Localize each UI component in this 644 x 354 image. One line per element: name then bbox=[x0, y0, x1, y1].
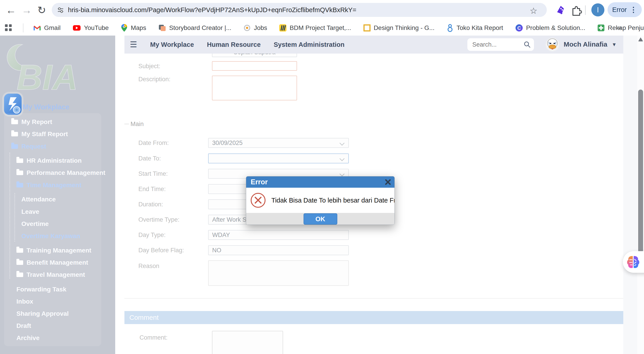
error-dialog-titlebar[interactable]: Error bbox=[246, 176, 394, 188]
day-before-flag-input[interactable]: NO bbox=[208, 245, 349, 255]
bookmark-gmail[interactable]: Gmail bbox=[33, 24, 60, 32]
rocket-extension-icon[interactable] bbox=[555, 4, 566, 15]
storyboard-icon bbox=[158, 24, 166, 32]
youtube-icon bbox=[73, 25, 81, 31]
folder-icon bbox=[16, 260, 23, 265]
screen: ← → ↻ hris-bia.minovaiscloud.com/Page/Wo… bbox=[0, 0, 644, 354]
right-gutter bbox=[623, 36, 637, 354]
bookmark-jobs[interactable]: Jobs bbox=[244, 24, 267, 32]
reason-textarea[interactable] bbox=[208, 260, 349, 286]
folder-icon bbox=[11, 120, 18, 124]
browser-menu-button[interactable]: Error ⋮ bbox=[608, 2, 642, 17]
miro-icon bbox=[279, 24, 286, 32]
start-time-label: Start Time: bbox=[138, 169, 168, 179]
browser-toolbar: ← → ↻ hris-bia.minovaiscloud.com/Page/Wo… bbox=[0, 0, 644, 20]
user-avatar[interactable] bbox=[546, 38, 559, 51]
browser-error-label: Error bbox=[612, 6, 627, 14]
bookmark-star-icon[interactable]: ☆ bbox=[530, 6, 537, 16]
nav-system-administration[interactable]: System Administration bbox=[274, 41, 344, 48]
circle-c-icon: C bbox=[515, 24, 523, 32]
assistant-fab[interactable] bbox=[4, 94, 22, 115]
duck-avatar-image bbox=[546, 38, 559, 51]
site-settings-icon[interactable] bbox=[57, 7, 64, 14]
back-icon[interactable]: ← bbox=[6, 4, 16, 16]
maps-icon bbox=[121, 24, 128, 32]
bookmark-storyboard[interactable]: Storyboard Creator |... bbox=[158, 24, 232, 32]
comment-textarea[interactable] bbox=[212, 331, 283, 354]
folder-icon bbox=[16, 170, 23, 175]
bookmark-design-thinking[interactable]: Design Thinking - G... bbox=[364, 24, 434, 32]
jamboard-icon bbox=[364, 24, 370, 32]
date-to-label: Date To: bbox=[138, 154, 161, 164]
search-input[interactable] bbox=[472, 39, 520, 50]
bookmark-problem-solution[interactable]: C Problem & Solution... bbox=[515, 24, 585, 32]
section-divider bbox=[124, 298, 623, 299]
profile-initial: l bbox=[597, 6, 598, 14]
scrollbar-thumb[interactable] bbox=[638, 90, 643, 253]
description-label: Description: bbox=[138, 74, 170, 84]
date-from-label: Date From: bbox=[138, 138, 169, 148]
browser-profile-avatar[interactable]: l bbox=[591, 4, 604, 16]
date-from-select[interactable]: 30/09/2025 bbox=[208, 138, 349, 148]
ai-assistant-tab[interactable] bbox=[623, 251, 644, 273]
end-time-label: End Time: bbox=[138, 184, 166, 194]
day-type-input[interactable]: WDAY bbox=[208, 230, 349, 240]
error-dialog-body: Tidak Bisa Date To lebih besar dari Date… bbox=[246, 188, 394, 213]
bia-logo: BIA bbox=[5, 42, 82, 98]
app-area: BIA My Workplace My Report My Staff Repo… bbox=[0, 36, 644, 354]
gmail-icon bbox=[33, 25, 41, 31]
bookmark-toko-kita[interactable]: Toko Kita Report bbox=[447, 24, 503, 32]
chevron-down-icon bbox=[340, 172, 345, 177]
person-icon bbox=[447, 24, 454, 32]
subject-label: Subject: bbox=[138, 61, 160, 71]
comment-label: Comment: bbox=[140, 332, 168, 342]
app-navbar: ☰ My Workplace Human Resource System Adm… bbox=[124, 36, 623, 54]
folder-icon bbox=[16, 158, 23, 163]
bookmark-youtube[interactable]: YouTube bbox=[73, 24, 109, 32]
refresh-icon[interactable]: ↻ bbox=[37, 4, 46, 16]
brain-icon bbox=[626, 255, 640, 269]
forward-icon[interactable]: → bbox=[22, 4, 32, 16]
url-text[interactable]: hris-bia.minovaiscloud.com/Page/WorkFlow… bbox=[68, 6, 356, 14]
bookmarks-bar: Gmail YouTube Maps bbox=[0, 20, 644, 36]
address-bar[interactable]: hris-bia.minovaiscloud.com/Page/WorkFlow… bbox=[52, 3, 547, 17]
duration-label: Duration: bbox=[138, 200, 163, 209]
sheet-icon bbox=[598, 24, 604, 32]
folder-icon bbox=[16, 183, 23, 188]
user-caret-icon[interactable]: ▾ bbox=[613, 41, 616, 48]
toolbar-divider bbox=[585, 6, 586, 15]
nav-my-workplace[interactable]: My Workplace bbox=[150, 41, 194, 48]
jobs-icon bbox=[244, 24, 251, 32]
date-to-select[interactable] bbox=[208, 154, 349, 164]
main-legend: Main bbox=[130, 119, 144, 129]
overtime-type-label: Overtime Type: bbox=[138, 215, 180, 224]
bookmarks-overflow-chevron[interactable]: » bbox=[617, 23, 622, 32]
search-icon[interactable] bbox=[524, 41, 531, 48]
svg-text:BIA: BIA bbox=[17, 58, 78, 97]
user-name[interactable]: Moch Alinafia bbox=[564, 40, 607, 48]
bookmark-maps[interactable]: Maps bbox=[121, 24, 146, 32]
error-circle-x-icon bbox=[251, 193, 266, 208]
folder-icon bbox=[11, 144, 18, 149]
close-icon[interactable] bbox=[384, 179, 391, 185]
error-dialog-title: Error bbox=[251, 178, 268, 186]
search-box[interactable] bbox=[467, 38, 534, 51]
description-textarea[interactable] bbox=[212, 76, 297, 100]
apps-grid-icon[interactable] bbox=[5, 24, 12, 31]
hamburger-icon[interactable]: ☰ bbox=[130, 40, 137, 49]
nav-human-resource[interactable]: Human Resource bbox=[207, 41, 261, 48]
chevron-down-icon bbox=[340, 141, 345, 146]
folder-icon bbox=[16, 272, 23, 277]
chevron-down-icon bbox=[340, 156, 345, 161]
bookmark-bdm-project[interactable]: BDM Project Target,... bbox=[279, 24, 351, 32]
day-before-flag-label: Day Before Flag: bbox=[138, 245, 184, 255]
scroll-up-arrow-icon[interactable] bbox=[638, 37, 643, 42]
ok-button[interactable]: OK bbox=[304, 213, 337, 224]
error-dialog: Error Tidak Bisa Date To lebih besar dar… bbox=[246, 176, 395, 225]
error-dialog-footer: OK bbox=[246, 213, 394, 224]
tree-guide-line bbox=[10, 152, 10, 278]
subject-input[interactable] bbox=[212, 61, 297, 71]
extensions-puzzle-icon[interactable] bbox=[571, 4, 582, 16]
day-type-label: Day Type: bbox=[138, 230, 166, 240]
main-fieldset-line bbox=[124, 124, 129, 124]
